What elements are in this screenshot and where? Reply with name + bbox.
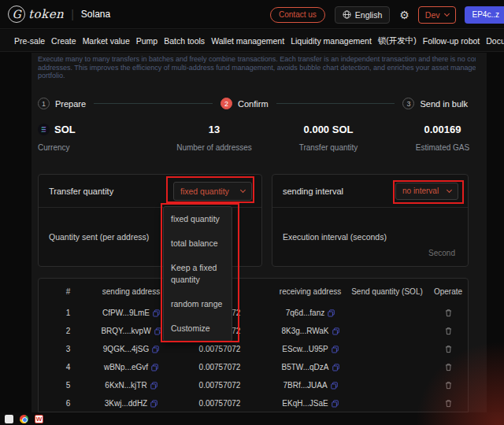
seconds-unit-label: Second <box>428 249 455 257</box>
menu-item-4[interactable]: Customize <box>164 316 232 341</box>
step-2-circle: 2 <box>220 98 232 109</box>
sending-address-cell: CfPW...9LmE <box>98 309 165 317</box>
trash-icon <box>445 363 452 371</box>
copy-icon[interactable] <box>152 346 159 353</box>
menu-item-1[interactable]: total balance <box>164 231 232 256</box>
copy-icon[interactable] <box>332 400 339 408</box>
delete-row-button[interactable] <box>445 381 452 390</box>
gear-icon[interactable]: ⚙ <box>399 9 410 20</box>
nav-item-9[interactable]: Document <box>486 36 504 46</box>
top-header: G token | Solana Contact us English ⚙ De… <box>0 0 504 29</box>
send-quantity-value: 0.00757072 <box>165 363 275 371</box>
delete-row-button[interactable] <box>445 399 452 408</box>
sol-icon <box>38 124 50 135</box>
screen: G token | Solana Contact us English ⚙ De… <box>0 0 504 425</box>
sending-address-cell: 3Kwj...ddHZ <box>98 399 165 408</box>
sending-address: 3Kwj...ddHZ <box>105 399 147 408</box>
copy-icon[interactable] <box>331 382 338 390</box>
receiving-address-cell: B5TW...qDzA <box>275 363 346 371</box>
contact-us-button[interactable]: Contact us <box>270 7 325 23</box>
transfer-quantity-title: Transfer quantity <box>49 187 113 196</box>
transfer-table: #sending addressreceiving addressSend qu… <box>38 278 469 412</box>
estimated-gas-label: Estimated GAS <box>387 143 487 152</box>
sending-address-cell: wBNp...eGvf <box>98 363 165 371</box>
receiving-address: 8K3g...RWaK <box>281 327 328 335</box>
copy-icon[interactable] <box>332 346 339 353</box>
copy-icon[interactable] <box>150 382 158 390</box>
receiving-address-cell: EScw...U95P <box>275 345 346 353</box>
intro-line: Execute many to many transfers in batche… <box>38 55 476 64</box>
send-quantity-value: 0.00757072 <box>165 399 275 408</box>
nav-item-7[interactable]: 锁(开发中) <box>378 35 417 46</box>
copy-icon[interactable] <box>332 364 339 371</box>
sending-address-cell: 9QGK...4jSG <box>98 345 165 353</box>
row-index: 4 <box>39 363 98 371</box>
table-body: 1 CfPW...9LmE 0.00757072 7q6d...fanz 2 B… <box>39 304 468 412</box>
currency-value: SOL <box>54 124 76 135</box>
nav-item-5[interactable]: Wallet management <box>211 36 284 46</box>
row-index: 3 <box>39 345 98 353</box>
delete-row-button[interactable] <box>445 309 452 317</box>
quantity-mode-value: fixed quantity <box>180 187 229 196</box>
sending-address: 9QGK...4jSG <box>103 345 149 353</box>
nav-item-3[interactable]: Pump <box>136 36 158 46</box>
logo-text: token <box>28 7 64 21</box>
delete-row-button[interactable] <box>445 345 452 353</box>
column-header: Send quantity (SOL) <box>346 287 428 296</box>
nav-item-1[interactable]: Create <box>51 36 76 46</box>
table-row: 3 9QGK...4jSG 0.00757072 EScw...U95P <box>39 340 468 358</box>
interval-mode-select[interactable]: no interval <box>395 183 458 200</box>
dev-label: Dev <box>425 10 440 20</box>
divider: | <box>71 8 74 20</box>
column-header: sending address <box>98 287 165 296</box>
content-card: Execute many to many transfers in batche… <box>32 53 487 412</box>
step-3-circle: 3 <box>402 98 414 109</box>
table-header-row: #sending addressreceiving addressSend qu… <box>39 279 468 304</box>
language-button[interactable]: English <box>335 6 390 24</box>
nav-item-4[interactable]: Batch tools <box>164 36 205 46</box>
receiving-address-cell: 7q6d...fanz <box>275 309 346 317</box>
operate-cell <box>428 363 468 371</box>
taskbar: W <box>0 412 504 425</box>
sending-address: 6KxN...kjTR <box>105 381 146 390</box>
delete-row-button[interactable] <box>445 327 452 335</box>
globe-icon <box>343 10 351 19</box>
nav-item-2[interactable]: Market value <box>83 36 130 46</box>
delete-row-button[interactable] <box>445 363 452 371</box>
execution-interval-label: Execution interval (seconds) <box>283 232 387 242</box>
column-header: # <box>39 287 98 296</box>
nav-item-6[interactable]: Liquidity management <box>291 36 372 46</box>
sending-address-cell: 6KxN...kjTR <box>98 381 165 390</box>
step-connector <box>276 103 395 104</box>
copy-icon[interactable] <box>151 364 158 371</box>
row-index: 5 <box>39 381 98 390</box>
nav-item-0[interactable]: Pre-sale <box>14 36 45 46</box>
chrome-icon[interactable] <box>20 415 28 423</box>
send-quantity-value: 0.00757072 <box>165 381 275 390</box>
menu-item-3[interactable]: random range <box>164 292 232 316</box>
copy-icon[interactable] <box>153 309 160 317</box>
copy-icon[interactable] <box>154 327 161 335</box>
step-connector <box>94 103 213 104</box>
nav-item-8[interactable]: Follow-up robot <box>423 36 480 46</box>
wallet-address-button[interactable]: EP4c..z <box>465 6 504 24</box>
taskbar-start-icon[interactable] <box>5 415 13 423</box>
step-1-circle: 1 <box>38 98 50 109</box>
header-actions: Contact us English ⚙ Dev EP4c..z <box>270 0 504 29</box>
quantity-mode-select[interactable]: fixed quantity <box>173 182 252 201</box>
trash-icon <box>445 327 452 335</box>
menu-item-2[interactable]: Keep a fixed quantity <box>164 256 232 292</box>
receiving-address-cell: 8K3g...RWaK <box>275 327 346 335</box>
wps-icon[interactable]: W <box>35 415 43 423</box>
row-index: 6 <box>39 399 98 408</box>
copy-icon[interactable] <box>328 309 335 317</box>
table-row: 6 3Kwj...ddHZ 0.00757072 EKqH...JSaE <box>39 394 468 412</box>
dev-dropdown-button[interactable]: Dev <box>418 6 456 24</box>
receiving-address: 7q6d...fanz <box>286 309 324 317</box>
interval-mode-value: no interval <box>402 187 439 195</box>
menu-item-0[interactable]: fixed quantity <box>164 207 232 231</box>
logo-icon: G <box>8 6 25 23</box>
copy-icon[interactable] <box>150 400 158 408</box>
copy-icon[interactable] <box>332 327 339 335</box>
transfer-quantity-label: Transfer quantity <box>264 143 393 152</box>
